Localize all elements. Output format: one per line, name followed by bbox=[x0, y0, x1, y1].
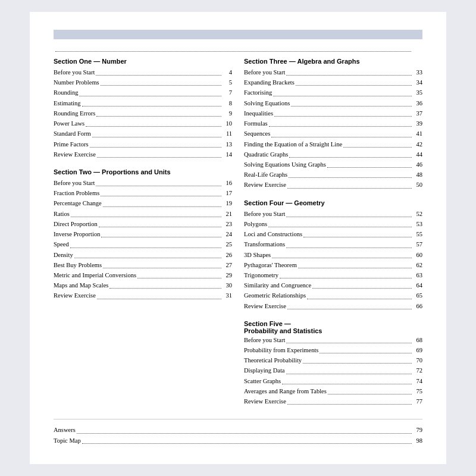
left-s0-e8-title: Review Exercise bbox=[54, 150, 96, 159]
right-s0-e5-title: Formulas bbox=[244, 119, 268, 128]
left-s0-e0-title: Before you Start bbox=[54, 68, 95, 77]
toc-entry: Before you Start33 bbox=[244, 68, 422, 77]
right-s1-e6-page: 63 bbox=[413, 271, 422, 280]
toc-entry: Percentage Change19 bbox=[54, 199, 232, 208]
right-s1-e1-title: Polygons bbox=[244, 220, 267, 228]
toc-entry: Finding the Equation of a Straight Line4… bbox=[244, 140, 422, 149]
right-s2-e3-title: Displaying Data bbox=[244, 366, 285, 375]
right-s2-e0-title: Before you Start bbox=[244, 336, 285, 345]
right-s0-e10-page: 48 bbox=[413, 170, 422, 179]
intro-page bbox=[413, 51, 422, 53]
right-s0-e2-page: 35 bbox=[413, 88, 422, 97]
toc-entry: Before you Start16 bbox=[54, 178, 232, 187]
right-s0-e7-title: Finding the Equation of a Straight Line bbox=[244, 140, 342, 149]
right-s0-e11-title: Review Exercise bbox=[244, 180, 286, 189]
left-s1-e1-page: 17 bbox=[223, 189, 232, 198]
right-s0-e3-title: Solving Equations bbox=[244, 99, 290, 108]
left-s1-e5-dots bbox=[101, 230, 221, 237]
toc-entry: Ratios21 bbox=[54, 209, 232, 218]
toc-entry: Metric and Imperial Conversions29 bbox=[54, 271, 232, 280]
right-s0-e8-dots bbox=[289, 150, 412, 158]
left-s1-e11-title: Review Exercise bbox=[54, 291, 96, 300]
left-s0-e4-title: Rounding Errors bbox=[54, 109, 95, 118]
left-s1-e10-dots bbox=[109, 281, 221, 289]
right-s0-e1-title: Expanding Brackets bbox=[244, 78, 295, 87]
left-s1-e6-dots bbox=[70, 240, 221, 248]
left-s1-e7-page: 26 bbox=[223, 250, 232, 259]
left-s1-e11-page: 31 bbox=[223, 291, 232, 300]
back-0-dots bbox=[77, 425, 412, 433]
toc-entry: Averages and Range from Tables75 bbox=[244, 387, 422, 396]
right-s2-e2-title: Theoretical Probability bbox=[244, 356, 302, 365]
right-s2-e2-dots bbox=[303, 356, 412, 364]
toc-entry: Before you Start4 bbox=[54, 68, 232, 77]
right-s1-e9-dots bbox=[287, 302, 412, 309]
right-s2-e5-title: Averages and Range from Tables bbox=[244, 387, 327, 396]
toc-entry: Quadratic Graphs44 bbox=[244, 150, 422, 159]
left-s0-e3-dots bbox=[82, 99, 222, 107]
right-s2-e5-dots bbox=[328, 387, 412, 394]
toc-entry: Power Laws10 bbox=[54, 119, 232, 128]
toc-entry: Maps and Map Scales30 bbox=[54, 281, 232, 290]
left-s1-e6-page: 25 bbox=[223, 240, 232, 249]
right-s2-e6-title: Review Exercise bbox=[244, 397, 286, 406]
right-s2-e4-title: Scatter Graphs bbox=[244, 377, 281, 386]
left-s0-e0-dots bbox=[96, 68, 221, 76]
right-s0-e9-title: Solving Equations Using Graphs bbox=[244, 160, 326, 169]
right-s1-e8-page: 65 bbox=[413, 291, 422, 300]
right-s2-e0-dots bbox=[286, 336, 412, 343]
toc-entry: Factorising35 bbox=[244, 88, 422, 97]
left-s1-e1-dots bbox=[101, 189, 221, 196]
toc-entry: Rounding Errors9 bbox=[54, 109, 232, 118]
right-s1-e3-dots bbox=[286, 240, 412, 248]
right-s1-e4-dots bbox=[272, 250, 412, 258]
left-s1-e0-dots bbox=[96, 178, 221, 186]
toc-entry: Sequences41 bbox=[244, 129, 422, 138]
right-s0-e4-page: 37 bbox=[413, 109, 422, 118]
toc-entry: Displaying Data72 bbox=[244, 366, 422, 375]
right-s0-e2-dots bbox=[273, 88, 412, 96]
right-s1-e0-page: 52 bbox=[413, 209, 422, 218]
toc-entry: Before you Start52 bbox=[244, 209, 422, 218]
toc-entry: Answers79 bbox=[54, 425, 422, 434]
toc-entry: Trigonometry63 bbox=[244, 271, 422, 280]
page: Section One — NumberBefore you Start4Num… bbox=[30, 12, 446, 464]
right-s2-e1-dots bbox=[320, 346, 412, 353]
left-s0-e0-page: 4 bbox=[223, 68, 232, 77]
toc-entry: Theoretical Probability70 bbox=[244, 356, 422, 365]
back-1-page: 98 bbox=[413, 436, 422, 445]
left-s0-e6-title: Standard Form bbox=[54, 129, 91, 138]
right-s1-e0-dots bbox=[286, 209, 412, 217]
right-s0-e9-page: 46 bbox=[413, 160, 422, 169]
left-s1-e3-page: 21 bbox=[223, 209, 232, 218]
left-s1-e4-page: 23 bbox=[223, 220, 232, 228]
right-s1-e6-title: Trigonometry bbox=[244, 271, 278, 280]
toc-entry: Pythagoras' Theorem62 bbox=[244, 261, 422, 270]
toc-entry: Before you Start68 bbox=[244, 336, 422, 345]
left-s1-e1-title: Fraction Problems bbox=[54, 189, 99, 198]
two-col-layout: Section One — NumberBefore you Start4Num… bbox=[54, 58, 422, 407]
left-s1-e3-dots bbox=[71, 209, 221, 217]
right-s1-e3-page: 57 bbox=[413, 240, 422, 249]
toc-entry: Inverse Proportion24 bbox=[54, 230, 232, 239]
right-s1-e5-page: 62 bbox=[413, 261, 422, 270]
left-s1-e10-page: 30 bbox=[223, 281, 232, 290]
toc-entry: Fraction Problems17 bbox=[54, 189, 232, 198]
intro-dots bbox=[55, 51, 411, 52]
right-s0-e0-title: Before you Start bbox=[244, 68, 285, 77]
right-s0-e1-dots bbox=[296, 78, 412, 86]
right-s1-e0-title: Before you Start bbox=[244, 209, 285, 218]
left-s0-e7-title: Prime Factors bbox=[54, 140, 89, 149]
right-s1-e5-dots bbox=[298, 261, 412, 268]
left-s1-e7-title: Density bbox=[54, 250, 73, 259]
toc-entry: Polygons53 bbox=[244, 220, 422, 228]
contents-title bbox=[54, 30, 422, 39]
right-s2-e1-page: 69 bbox=[413, 346, 422, 355]
left-s1-e2-title: Percentage Change bbox=[54, 199, 102, 208]
right-s0-e1-page: 34 bbox=[413, 78, 422, 87]
right-s1-e4-page: 60 bbox=[413, 250, 422, 259]
right-s0-e7-dots bbox=[343, 140, 412, 148]
left-s0-e1-title: Number Problems bbox=[54, 78, 99, 87]
toc-entry: Geometric Relationships65 bbox=[244, 291, 422, 300]
right-s2-e2-page: 70 bbox=[413, 356, 422, 365]
